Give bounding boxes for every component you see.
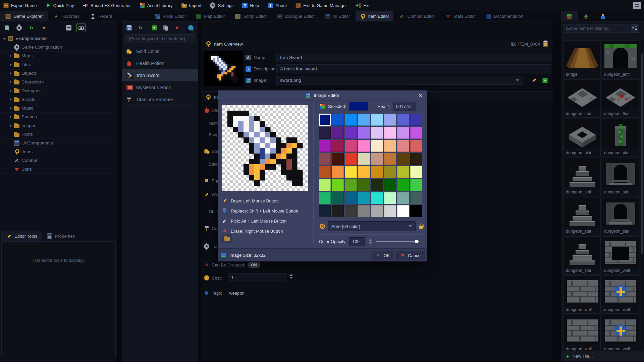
- tile-dungeon-stai-9[interactable]: dungeon_stai: [602, 197, 639, 235]
- tile-dungeon-wall-11[interactable]: dungeon_wall: [602, 236, 639, 275]
- palette-swatch-24[interactable]: [319, 153, 331, 165]
- tree-item-maps[interactable]: Maps: [0, 52, 117, 60]
- plusbox-button[interactable]: [150, 23, 159, 32]
- opacity-slider[interactable]: [376, 237, 418, 246]
- tab-recent[interactable]: Recent: [85, 11, 117, 21]
- palette-swatch-38[interactable]: [397, 166, 409, 178]
- menu-about[interactable]: About: [268, 3, 287, 8]
- tile-dungeon-wall-13[interactable]: dungeon_wall: [602, 276, 639, 314]
- caret-right-icon[interactable]: [9, 107, 12, 110]
- tree-item-combat[interactable]: Combat: [0, 156, 117, 165]
- gear-button[interactable]: [14, 23, 23, 32]
- chevron-down-icon[interactable]: [516, 79, 519, 81]
- tab-voxel-editor[interactable]: Voxel Editor: [150, 11, 190, 21]
- tile-dungeon-stai-7[interactable]: dungeon_stai: [602, 158, 639, 196]
- slider-handle[interactable]: [415, 240, 419, 243]
- hex-input[interactable]: [393, 102, 416, 111]
- palette-swatch-15[interactable]: [410, 127, 422, 139]
- palette-swatch-12[interactable]: [371, 127, 383, 139]
- add-image-button[interactable]: [542, 78, 548, 83]
- palette-swatch-13[interactable]: [384, 127, 396, 139]
- palette-swatch-21[interactable]: [384, 140, 396, 152]
- palette-swatch-41[interactable]: [332, 179, 344, 191]
- palette-swatch-18[interactable]: [345, 140, 357, 152]
- caret-right-icon[interactable]: [9, 89, 12, 93]
- item-row-gold-coins[interactable]: Gold Coins: [122, 45, 198, 57]
- tree-item-dialogues[interactable]: Dialogues: [0, 86, 117, 95]
- palette-swatch-30[interactable]: [397, 153, 409, 165]
- item-search-input[interactable]: [125, 34, 195, 43]
- can-be-dropped-toggle[interactable]: ON: [248, 262, 260, 268]
- menu-settings[interactable]: Settings: [210, 3, 233, 8]
- palette-swatch-8[interactable]: [319, 127, 331, 139]
- tree-item-tiles[interactable]: Tiles: [0, 60, 117, 69]
- item-row-mysterious-book[interactable]: Mysterious Book: [122, 81, 198, 94]
- palette-swatch-3[interactable]: [358, 114, 370, 126]
- tile-dungeon-stai-6[interactable]: dungeon_stai: [564, 158, 601, 196]
- tab-item-editor[interactable]: Item Editor: [356, 11, 393, 21]
- ok-button[interactable]: OK: [372, 251, 393, 260]
- palette-swatch-26[interactable]: [345, 153, 357, 165]
- palette-swatch-20[interactable]: [371, 140, 383, 152]
- tab-editor-tools[interactable]: Editor Tools: [1, 231, 42, 241]
- palette-swatch-47[interactable]: [410, 179, 422, 191]
- tree-item-example-game[interactable]: Example Game: [0, 34, 117, 43]
- palette-swatch-59[interactable]: [358, 205, 370, 217]
- palette-swatch-46[interactable]: [397, 179, 409, 191]
- new-tile-button[interactable]: + New Tile...: [561, 351, 644, 361]
- palette-swatch-6[interactable]: [397, 114, 409, 126]
- palette-swatch-55[interactable]: [410, 192, 422, 204]
- tile-dungeon-floo-3[interactable]: dungeon_floo: [602, 79, 639, 118]
- name-field[interactable]: Iron Sword: [276, 53, 551, 62]
- palette-swatch-40[interactable]: [319, 179, 331, 191]
- caret-right-icon[interactable]: [9, 98, 12, 101]
- lock-icon[interactable]: [418, 224, 424, 229]
- caret-right-icon[interactable]: [9, 72, 12, 75]
- menu-asset-library[interactable]: Asset Library: [140, 3, 173, 8]
- refresh-button[interactable]: [27, 23, 36, 32]
- palette-swatch-10[interactable]: [345, 127, 357, 139]
- cost-input[interactable]: [228, 273, 286, 282]
- tab-dialogue-editor[interactable]: Dialogue Editor: [273, 11, 319, 21]
- palette-swatch-61[interactable]: [384, 205, 396, 217]
- caret-right-icon[interactable]: [9, 80, 12, 84]
- tile-dungeon-entr-1[interactable]: dungeon_entr: [602, 40, 639, 78]
- sort-button[interactable]: [630, 24, 639, 33]
- item-row-health-potion[interactable]: Health Potion: [122, 57, 198, 69]
- caret-right-icon[interactable]: [9, 115, 12, 119]
- palette-swatch-43[interactable]: [358, 179, 370, 191]
- palette-swatch-60[interactable]: [371, 205, 383, 217]
- tile-dungeon-stai-10[interactable]: dungeon_stai: [564, 236, 601, 275]
- close-icon[interactable]: ✕: [417, 92, 424, 99]
- tree-item-ui-components[interactable]: UI Components: [0, 139, 117, 147]
- palette-swatch-14[interactable]: [397, 127, 409, 139]
- opacity-stepper[interactable]: [368, 239, 373, 244]
- tree-item-characters[interactable]: Characters: [0, 78, 117, 86]
- palette-swatch-33[interactable]: [332, 166, 344, 178]
- tab-combat-editor[interactable]: Combat Editor: [395, 11, 439, 21]
- menu-exit-to-game-manager[interactable]: Exit to Game Manager: [296, 3, 347, 8]
- palette-swatch-52[interactable]: [371, 192, 383, 204]
- caret-down-icon[interactable]: [3, 37, 6, 40]
- palette-swatch-51[interactable]: [358, 192, 370, 204]
- pixel-canvas[interactable]: [222, 105, 308, 191]
- tab-ui-editor[interactable]: UI Editor: [321, 11, 355, 21]
- palette-swatch-48[interactable]: [319, 192, 331, 204]
- palette-swatch-62[interactable]: [397, 205, 409, 217]
- palette-swatch-58[interactable]: [345, 205, 357, 217]
- menu-help[interactable]: Help: [242, 3, 259, 8]
- palette-swatch-7[interactable]: [410, 114, 422, 126]
- xmark-button[interactable]: [172, 23, 181, 32]
- palette-swatch-56[interactable]: [319, 205, 331, 217]
- tile-dungeon-wall-14[interactable]: dungeon_wall: [564, 315, 601, 353]
- open-image-button[interactable]: [222, 234, 232, 243]
- palette-swatch-37[interactable]: [384, 166, 396, 178]
- tile-dungeon-stai-8[interactable]: dungeon_stai: [564, 197, 601, 235]
- palette-swatch-42[interactable]: [345, 179, 357, 191]
- palette-swatch-27[interactable]: [358, 153, 370, 165]
- tab-trees[interactable]: [578, 11, 594, 21]
- palette-swatch-5[interactable]: [384, 114, 396, 126]
- menu-import[interactable]: Import: [181, 3, 202, 8]
- palette-swatch-19[interactable]: [358, 140, 370, 152]
- palette-swatch-23[interactable]: [410, 140, 422, 152]
